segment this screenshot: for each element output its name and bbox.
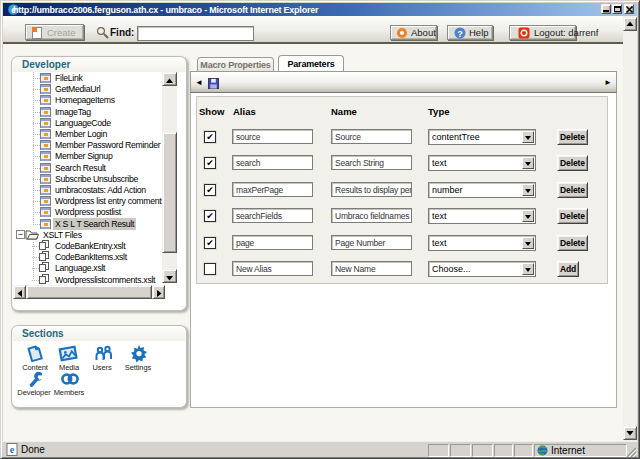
svg-text:e: e [10,444,15,455]
svg-text:?: ? [457,29,463,39]
